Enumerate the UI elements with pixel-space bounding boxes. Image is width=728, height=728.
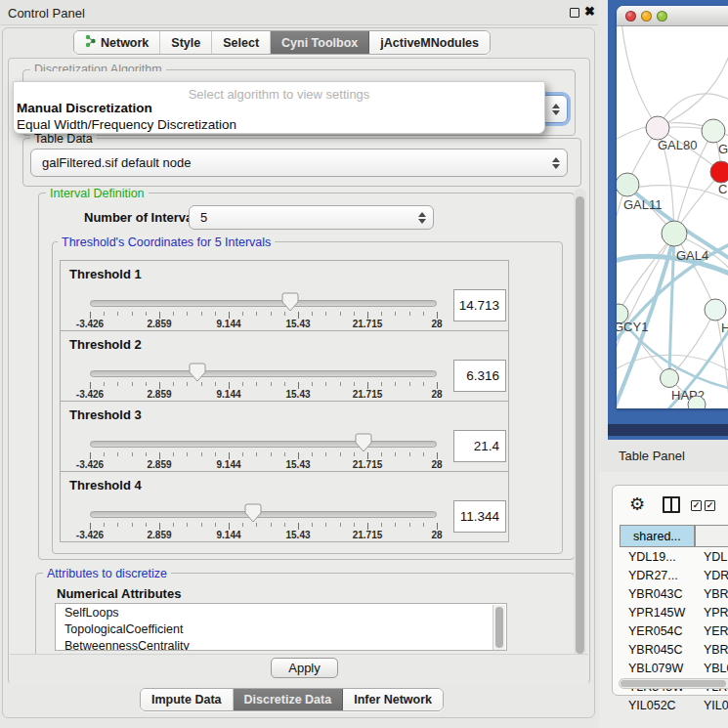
network-window-titlebar[interactable]: [617, 6, 728, 26]
network-graph: GAL80GACGAL11GAL4GCY1HHAP2: [617, 26, 728, 408]
table-cell: YDR27...: [620, 566, 695, 584]
table-panel-title: Table Panel: [619, 449, 685, 463]
network-node-hap2[interactable]: [661, 369, 679, 388]
threshold-value-field[interactable]: 14.713: [453, 289, 506, 321]
numerical-attributes-list[interactable]: SelfLoopsTopologicalCoefficientBetweenne…: [55, 603, 507, 651]
checkbox-checked-icon[interactable]: ✓: [705, 500, 715, 511]
slider-thumb[interactable]: [281, 292, 299, 312]
tab-infer-network[interactable]: Infer Network: [343, 689, 443, 710]
threshold-panel-2: Threshold 2-3.4262.8599.14415.4321.71528…: [60, 330, 509, 402]
slider-tick-labels: -3.4262.8599.14415.4321.71528: [90, 389, 437, 400]
network-node-gal80[interactable]: [646, 116, 669, 140]
table-row[interactable]: YER054CYER0: [620, 621, 728, 640]
algorithm-dropdown-popup: Select algorithm to view settings Manual…: [13, 81, 545, 134]
tick-label: 28: [431, 319, 442, 329]
slider-thumb[interactable]: [189, 363, 206, 382]
column-header[interactable]: shared...: [620, 525, 695, 547]
dropdown-option-manual[interactable]: Manual Discretization: [17, 101, 152, 115]
network-canvas[interactable]: GAL80GACGAL11GAL4GCY1HHAP2: [617, 26, 728, 408]
minor-tick: [409, 452, 410, 456]
tab-network[interactable]: Network: [74, 31, 160, 54]
table-row[interactable]: YBR043CYBR0: [620, 584, 728, 603]
slider-track[interactable]: [90, 511, 437, 518]
node-label: GCY1: [617, 320, 648, 334]
threshold-value-field[interactable]: 21.4: [453, 430, 506, 462]
table-row[interactable]: YIL052CYIL0: [620, 696, 728, 714]
network-node-gal4[interactable]: [662, 221, 687, 246]
horizontal-scrollbar[interactable]: [619, 678, 728, 689]
tick-label: 21.715: [353, 530, 383, 540]
network-node-ga[interactable]: [702, 119, 725, 143]
tab-discretize-data[interactable]: Discretize Data: [234, 689, 344, 710]
tab-style[interactable]: Style: [160, 31, 212, 54]
network-edge[interactable]: [617, 234, 674, 359]
close-icon[interactable]: ✖: [584, 4, 595, 19]
tab-label: Select: [223, 36, 259, 50]
table-cell: YER054C: [620, 621, 695, 640]
slider-track[interactable]: [90, 300, 437, 307]
panel-scrollbar[interactable]: [574, 189, 586, 677]
network-node-h[interactable]: [705, 299, 726, 321]
minor-tick: [215, 452, 216, 456]
slider-thumb[interactable]: [244, 503, 262, 523]
tab-jactivemnodules[interactable]: jActiveMNodules: [369, 31, 490, 54]
minor-tick: [117, 312, 118, 316]
minor-tick: [187, 312, 188, 316]
minor-tick: [187, 523, 188, 527]
threshold-value-field[interactable]: 11.344: [453, 500, 506, 533]
checkbox-checked-icon[interactable]: ✓: [691, 500, 702, 511]
minor-tick: [381, 523, 382, 527]
slider-track[interactable]: [90, 370, 437, 377]
close-traffic-light-icon[interactable]: [625, 11, 636, 21]
apply-button[interactable]: Apply: [271, 658, 338, 678]
minor-tick: [271, 452, 272, 456]
network-edge[interactable]: [621, 26, 658, 128]
table-row[interactable]: YDL19...YDL1: [620, 547, 728, 566]
major-tick: [229, 382, 230, 389]
network-view-window[interactable]: GAL80GACGAL11GAL4GCY1HHAP2: [617, 6, 728, 408]
zoom-traffic-light-icon[interactable]: [657, 11, 667, 21]
minor-tick: [187, 382, 188, 386]
major-tick: [159, 382, 160, 389]
attribute-list-item[interactable]: BetweennessCentrality: [56, 637, 506, 651]
slider-track[interactable]: [90, 441, 437, 448]
network-edge[interactable]: [619, 234, 674, 314]
minor-tick: [340, 382, 341, 386]
major-tick: [298, 312, 299, 319]
gear-icon[interactable]: ⚙: [629, 493, 645, 515]
float-window-icon[interactable]: [570, 8, 579, 18]
tab-label: Style: [171, 36, 200, 50]
tab-cyni-toolbox[interactable]: Cyni Toolbox: [271, 31, 369, 54]
table-data-combobox[interactable]: galFiltered.sif default node: [30, 149, 568, 177]
minor-tick: [104, 312, 105, 316]
discretization-algorithm-label: Discretization Algorithm: [30, 63, 166, 71]
attribute-list-item[interactable]: SelfLoops: [56, 604, 506, 621]
network-node[interactable]: [688, 396, 706, 408]
table-row[interactable]: YBR045CYBR0: [620, 640, 728, 659]
minimize-traffic-light-icon[interactable]: [641, 11, 652, 21]
slider-thumb[interactable]: [355, 433, 372, 452]
table-row[interactable]: YBL079WYBL0: [620, 659, 728, 677]
control-panel-titlebar: Control Panel ✖: [0, 0, 598, 25]
major-tick: [90, 452, 91, 459]
attribute-list-item[interactable]: TopologicalCoefficient: [56, 621, 506, 637]
column-header[interactable]: na: [695, 525, 728, 547]
table-row[interactable]: YPR145WYPR1: [620, 603, 728, 621]
major-tick: [367, 452, 368, 459]
split-columns-icon[interactable]: [663, 496, 680, 513]
minor-tick: [132, 523, 133, 527]
network-node-c[interactable]: [710, 161, 728, 183]
dropdown-option-equal-width[interactable]: Equal Width/Frequency Discretization: [17, 117, 236, 132]
tab-impute-data[interactable]: Impute Data: [141, 689, 234, 710]
number-of-intervals-combobox[interactable]: 5: [189, 205, 434, 230]
screen: Control Panel ✖ NetworkStyleSelectCyni T…: [0, 0, 728, 728]
list-scrollbar[interactable]: [492, 605, 505, 650]
major-tick: [90, 382, 91, 389]
network-edge[interactable]: [658, 56, 728, 128]
network-node-gal11[interactable]: [617, 173, 639, 196]
tab-select[interactable]: Select: [212, 31, 271, 54]
major-tick: [159, 452, 160, 459]
number-of-intervals-label: Number of Intervals: [84, 210, 203, 225]
table-row[interactable]: YDR27...YDR2: [620, 566, 728, 584]
threshold-value-field[interactable]: 6.316: [453, 360, 506, 392]
